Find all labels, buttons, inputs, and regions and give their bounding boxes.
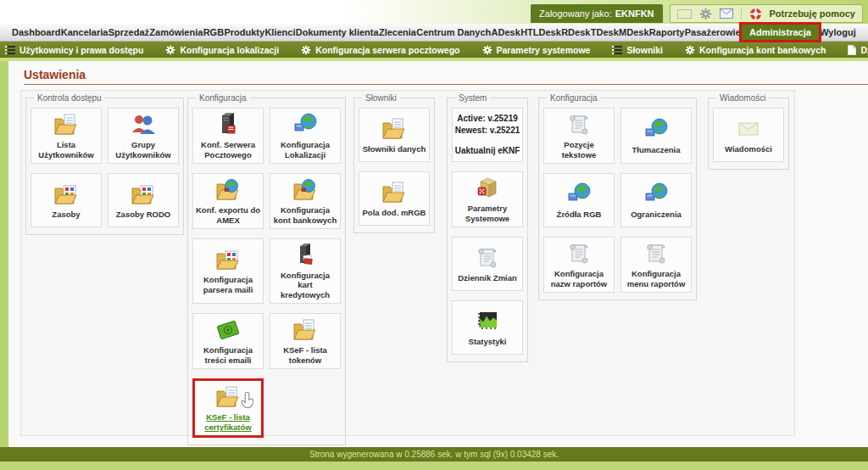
- mail-icon[interactable]: [720, 8, 733, 19]
- gear-icon: [301, 45, 311, 55]
- tile-konfiguracja-kont-bankowych[interactable]: Konfiguracja kont bankowych: [270, 173, 341, 229]
- main-content: Ustawienia Kontrola dostępu Lista Użytko…: [0, 61, 868, 447]
- tile-pola-dod-mrgb[interactable]: Pola dod. mRGB: [359, 171, 430, 226]
- group-legend: Słowniki: [362, 93, 400, 103]
- left-margin-strip: [0, 61, 8, 447]
- folder-apps-icon: [130, 181, 157, 208]
- tile-pozycje-tekstowe[interactable]: Pozycje tekstowe: [543, 108, 615, 164]
- tile-version-info[interactable]: Active: v.25219 Newest: v.25221 Uaktualn…: [452, 108, 523, 162]
- tile-konfiguracja-menu-raportow[interactable]: Konfiguracja menu raportów: [620, 237, 692, 293]
- disk-icon: [214, 316, 242, 344]
- tile-zasoby[interactable]: Zasoby: [31, 173, 102, 227]
- admin-submenu: Użytkownicy i prawa dostępu Konfiguracja…: [0, 42, 868, 58]
- nav-mdesk[interactable]: MDesk: [619, 27, 648, 37]
- submenu-slowniki[interactable]: Słowniki: [612, 45, 663, 55]
- tile-grupy-uzytkownikow[interactable]: Grupy Użytkowników: [108, 108, 179, 164]
- help-link[interactable]: Potrzebuję pomocy: [770, 8, 855, 19]
- tile-konfiguracja-lokalizacji[interactable]: Konfiguracja Lokalizacji: [270, 108, 341, 164]
- nav-rdesk[interactable]: RDesk: [561, 27, 590, 37]
- tile-konfiguracja-tresci-emaili[interactable]: Konfiguracja treści emaili: [192, 313, 264, 369]
- submenu-konfiguracja-serwera[interactable]: Konfiguracja serwera pocztowego: [301, 45, 459, 55]
- globe-network-icon: [643, 181, 670, 208]
- nav-htldesk[interactable]: HTLDesk: [520, 27, 561, 37]
- nav-zlecenia[interactable]: Zlecenia: [379, 27, 416, 37]
- nav-wyloguj[interactable]: Wyloguj: [820, 27, 856, 37]
- nav-pasazerowie[interactable]: Pasażerowie: [685, 27, 741, 37]
- nav-administracja-active[interactable]: Administracja: [741, 24, 820, 41]
- group-system: System Active: v.25219 Newest: v.25221 U…: [447, 93, 528, 362]
- scroll-icon: [565, 240, 593, 267]
- tile-dziennik-zmian[interactable]: Dziennik Zmian: [452, 237, 523, 291]
- tile-parametry-systemowe[interactable]: Parametry Systemowe: [452, 171, 523, 227]
- group-wiadomosci: Wiadomości Wiadomości: [708, 93, 789, 170]
- update-eknf-link[interactable]: Uaktualnij eKNF: [455, 145, 520, 158]
- nav-dokumenty-klienta[interactable]: Dokumenty klienta: [296, 27, 379, 37]
- nav-kancelaria[interactable]: Kancelaria: [61, 27, 108, 37]
- tile-ksef-lista-certyfikatow[interactable]: KSeF - lista certyfikatów: [192, 378, 264, 438]
- nav-dashboard[interactable]: Dashboard: [12, 27, 60, 37]
- logged-in-username: EKNFKN: [615, 8, 654, 19]
- group-legend: Kontrola dostępu: [34, 93, 105, 103]
- chart-icon: [474, 308, 501, 335]
- tile-ograniczenia[interactable]: Ograniczenia: [620, 173, 692, 227]
- nav-raporty[interactable]: Raporty: [649, 27, 685, 37]
- scroll-icon: [474, 244, 501, 271]
- tile-slowniki-danych[interactable]: Słowniki danych: [359, 108, 430, 162]
- nav-adesk[interactable]: ADesk: [492, 27, 520, 37]
- list-icon: [612, 46, 622, 54]
- scroll-icon: [565, 111, 593, 138]
- tile-zasoby-rodo[interactable]: Zasoby RODO: [108, 173, 179, 227]
- nav-klienci[interactable]: Klienci: [264, 27, 295, 37]
- tile-statystyki[interactable]: Statystyki: [452, 300, 523, 355]
- nav-tdesk[interactable]: TDesk: [591, 27, 619, 37]
- poland-flag-icon[interactable]: [677, 9, 692, 19]
- tile-lista-uzytkownikow[interactable]: Lista Użytkowników: [31, 108, 102, 164]
- submenu-konta-bankowe[interactable]: Konfiguracja kont bankowych: [685, 45, 826, 55]
- users-icon: [130, 111, 157, 138]
- active-version: Active: v.25219: [457, 113, 518, 126]
- bottom-strip: [0, 462, 868, 470]
- logged-in-label: Zalogowany jako:: [539, 8, 612, 19]
- gear-icon: [685, 45, 695, 55]
- settings-container: Kontrola dostępu Lista Użytkowników Grup…: [20, 90, 795, 436]
- folder-doc-icon: [292, 316, 319, 344]
- server-cards-icon: [292, 242, 319, 269]
- gear-icon: [165, 45, 175, 55]
- tile-tlumaczenia[interactable]: Tłumaczenia: [620, 108, 692, 164]
- page-title: Ustawienia: [24, 68, 86, 81]
- submenu-uzytkownicy[interactable]: Użytkownicy i prawa dostępu: [5, 45, 143, 55]
- tile-zrodla-rgb[interactable]: Źródła RGB: [543, 173, 615, 227]
- nav-sprzedaz[interactable]: Sprzedaż: [108, 27, 149, 37]
- help-buoy-icon[interactable]: [749, 8, 762, 20]
- folder-apps-icon: [214, 246, 242, 273]
- nav-centrum-danych[interactable]: Centrum Danych: [416, 27, 491, 37]
- tile-konf-exportu-amex[interactable]: Konf. exportu do AMEX: [192, 173, 264, 229]
- top-bar: Zalogowany jako: EKNFKN Potrzebuję pomoc…: [0, 0, 868, 24]
- submenu-dziennik-zmian[interactable]: Dziennik zmian: [848, 45, 868, 55]
- folder-apps-icon: [53, 181, 80, 208]
- submenu-konfiguracja-lokalizacji[interactable]: Konfiguracja lokalizacji: [165, 45, 279, 55]
- tile-konf-serwera-pocztowego[interactable]: Konf. Serwera Pocztowego: [192, 108, 264, 164]
- tile-ksef-lista-tokenow[interactable]: KSeF - lista tokenów: [270, 313, 341, 369]
- group-legend: Wiadomości: [716, 93, 769, 103]
- gear-icon[interactable]: [699, 8, 712, 20]
- tile-konfiguracja-kart-kredytowych[interactable]: Konfiguracja kart kredytowych: [270, 238, 341, 305]
- nav-produkty[interactable]: Produkty: [224, 27, 264, 37]
- page-generation-status: Strona wygenerowana w 0.25886 sek. w tym…: [309, 450, 559, 459]
- logged-in-box: Zalogowany jako: EKNFKN: [531, 4, 662, 23]
- status-bar: Strona wygenerowana w 0.25886 sek. w tym…: [0, 447, 868, 462]
- group-legend: Konfiguracja: [196, 93, 250, 103]
- divider: [741, 8, 742, 20]
- group-konfiguracja: Konfiguracja Konf. Serwera Pocztowego Ko…: [187, 93, 346, 445]
- nav-zamowienia[interactable]: Zamówienia: [149, 27, 203, 37]
- document-icon: [848, 45, 856, 55]
- list-icon: [5, 46, 15, 54]
- scroll-icon: [643, 240, 670, 267]
- submenu-parametry-systemowe[interactable]: Parametry systemowe: [482, 45, 591, 55]
- folder-doc-icon: [381, 115, 408, 143]
- tile-konfiguracja-nazw-raportow[interactable]: Konfiguracja nazw raportów: [543, 237, 615, 293]
- nav-rgb[interactable]: RGB: [203, 27, 224, 37]
- tile-wiadomosci[interactable]: Wiadomości: [713, 108, 784, 162]
- tile-konfiguracja-parsera-maili[interactable]: Konfiguracja parsera maili: [192, 238, 264, 305]
- globe-network-icon: [643, 116, 670, 143]
